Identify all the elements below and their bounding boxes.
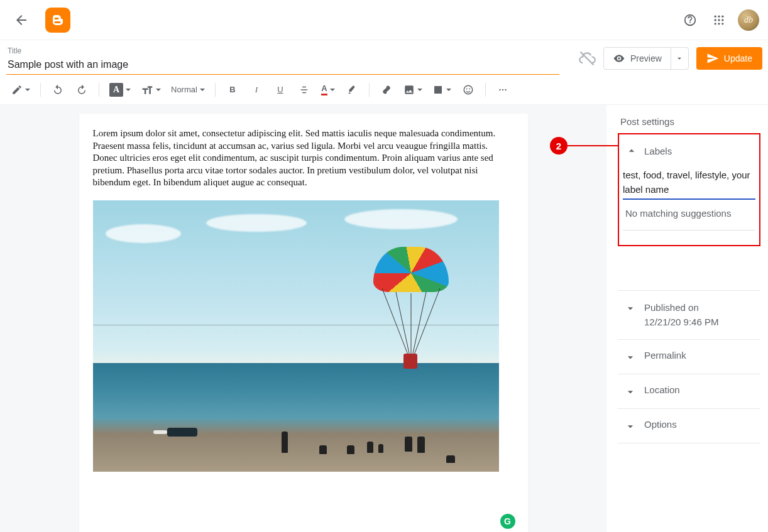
svg-point-11 xyxy=(464,85,473,94)
redo-icon xyxy=(76,84,87,95)
italic-icon: I xyxy=(255,85,258,95)
svg-line-21 xyxy=(414,288,440,356)
insert-image-button[interactable] xyxy=(400,79,426,100)
compose-mode-button[interactable] xyxy=(8,79,34,100)
help-icon xyxy=(683,13,697,27)
chevron-up-icon xyxy=(625,144,638,157)
svg-point-4 xyxy=(715,19,716,21)
paragraph-format-button[interactable]: Normal xyxy=(167,79,209,100)
apps-button[interactable] xyxy=(706,8,732,33)
title-action-row: Title Preview Update xyxy=(0,40,768,75)
svg-line-18 xyxy=(396,292,410,356)
arrow-left-icon xyxy=(14,13,29,28)
apps-grid-icon xyxy=(713,14,725,26)
labels-section-highlight: 2 Labels No matching suggestions xyxy=(618,133,760,246)
chevron-down-icon xyxy=(624,420,637,433)
preview-dropdown[interactable] xyxy=(671,48,688,69)
location-label: Location xyxy=(644,384,680,395)
labels-suggestions: No matching suggestions xyxy=(623,203,755,231)
blogger-icon xyxy=(50,13,65,28)
cloud-off-icon xyxy=(578,50,596,67)
options-label: Options xyxy=(644,419,677,430)
main-area: Lorem ipsum dolor sit amet, consectetur … xyxy=(0,105,768,532)
annotation-badge: 2 xyxy=(550,137,568,155)
post-title-input[interactable] xyxy=(6,55,559,75)
paragraph-format-label: Normal xyxy=(171,85,197,94)
blogger-logo[interactable] xyxy=(45,8,70,33)
svg-point-13 xyxy=(469,88,470,89)
svg-line-17 xyxy=(382,288,409,356)
grammarly-g-icon: G xyxy=(504,516,511,526)
labels-input[interactable] xyxy=(623,168,755,200)
options-section[interactable]: Options xyxy=(618,409,760,443)
font-box-icon: A xyxy=(109,83,123,97)
redo-button[interactable] xyxy=(71,79,92,100)
text-size-icon xyxy=(141,84,153,96)
italic-button[interactable]: I xyxy=(246,79,267,100)
preview-label: Preview xyxy=(630,53,662,63)
account-avatar[interactable]: db xyxy=(738,9,759,31)
link-button[interactable] xyxy=(376,79,397,100)
post-settings-sidebar: Post settings 2 Labels No matching sugge… xyxy=(606,105,768,532)
strikethrough-icon xyxy=(299,84,310,95)
insert-video-button[interactable] xyxy=(429,79,455,100)
grammarly-badge[interactable]: G xyxy=(500,514,515,529)
labels-section-toggle[interactable]: Labels xyxy=(619,138,759,163)
svg-point-1 xyxy=(715,15,716,17)
bold-button[interactable]: B xyxy=(222,79,243,100)
emoji-icon xyxy=(463,84,474,95)
svg-point-7 xyxy=(715,23,716,24)
chevron-down-icon xyxy=(624,386,637,398)
post-image[interactable] xyxy=(93,200,499,472)
text-color-icon: A xyxy=(321,84,327,95)
underline-button[interactable]: U xyxy=(270,79,291,100)
bold-icon: B xyxy=(229,85,235,94)
sidebar-title: Post settings xyxy=(620,116,760,127)
app-topbar: db xyxy=(0,0,768,40)
editor-toolbar: A Normal B I U A xyxy=(0,75,768,105)
preview-button[interactable]: Preview xyxy=(604,48,671,69)
insert-emoji-button[interactable] xyxy=(458,79,479,100)
text-color-button[interactable]: A xyxy=(317,79,339,100)
published-section[interactable]: Published on 12/21/20 9:46 PM xyxy=(618,291,760,339)
annotation-callout: 2 xyxy=(550,137,619,155)
chevron-down-icon xyxy=(624,351,637,364)
svg-point-15 xyxy=(502,89,503,90)
editor-column: Lorem ipsum dolor sit amet, consectetur … xyxy=(0,105,606,532)
more-tools-button[interactable] xyxy=(492,79,513,100)
location-section[interactable]: Location xyxy=(618,374,760,408)
underline-icon: U xyxy=(277,85,283,94)
image-icon xyxy=(403,84,415,95)
send-icon xyxy=(706,52,719,65)
permalink-section[interactable]: Permalink xyxy=(618,340,760,374)
editor-paper[interactable]: Lorem ipsum dolor sit amet, consectetur … xyxy=(79,114,528,532)
back-button[interactable] xyxy=(9,8,34,33)
title-field-label: Title xyxy=(6,46,559,55)
svg-point-14 xyxy=(499,89,500,90)
strikethrough-button[interactable] xyxy=(293,79,315,100)
more-horiz-icon xyxy=(497,84,508,95)
font-family-button[interactable]: A xyxy=(106,79,134,100)
highlight-button[interactable] xyxy=(341,79,363,100)
saved-status xyxy=(578,50,596,67)
update-label: Update xyxy=(724,53,752,63)
eye-icon xyxy=(613,52,625,65)
published-label: Published on xyxy=(644,301,718,315)
post-body-text[interactable]: Lorem ipsum dolor sit amet, consectetur … xyxy=(93,128,514,189)
link-icon xyxy=(380,84,393,96)
undo-icon xyxy=(52,84,63,95)
undo-button[interactable] xyxy=(47,79,69,100)
svg-point-9 xyxy=(721,23,723,24)
svg-point-6 xyxy=(721,19,723,21)
video-icon xyxy=(432,84,444,95)
update-button[interactable]: Update xyxy=(696,47,762,70)
svg-point-8 xyxy=(718,23,720,24)
pencil-icon xyxy=(11,84,23,95)
svg-point-2 xyxy=(718,15,720,17)
svg-point-3 xyxy=(721,15,723,17)
chevron-down-icon xyxy=(624,302,637,315)
svg-point-16 xyxy=(505,89,506,90)
published-datetime: 12/21/20 9:46 PM xyxy=(644,315,718,330)
help-button[interactable] xyxy=(677,8,703,33)
font-size-button[interactable] xyxy=(137,79,165,100)
